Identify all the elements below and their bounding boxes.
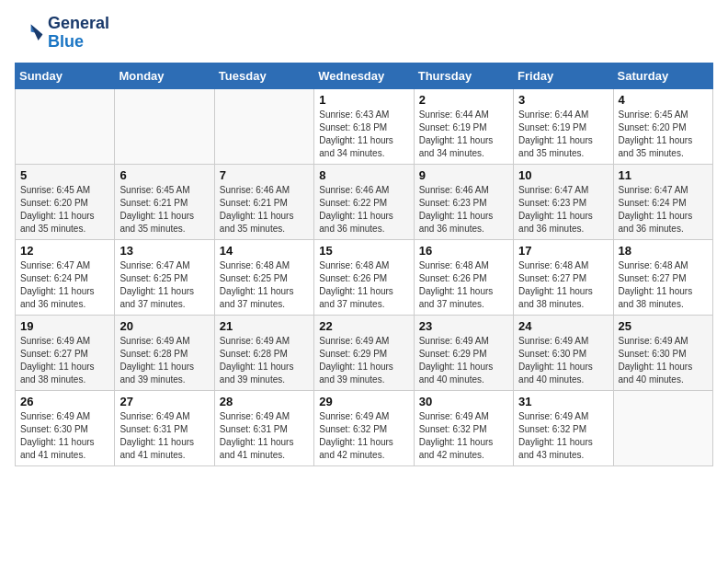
- calendar-day-cell: 10Sunrise: 6:47 AM Sunset: 6:23 PM Dayli…: [514, 164, 613, 239]
- day-info: Sunrise: 6:45 AM Sunset: 6:21 PM Dayligh…: [119, 184, 209, 236]
- calendar-week-row: 19Sunrise: 6:49 AM Sunset: 6:27 PM Dayli…: [16, 315, 713, 390]
- weekday-header-cell: Tuesday: [214, 63, 313, 88]
- day-number: 20: [119, 319, 209, 333]
- calendar-day-cell: 15Sunrise: 6:48 AM Sunset: 6:26 PM Dayli…: [314, 239, 414, 315]
- day-number: 11: [619, 168, 708, 182]
- day-number: 12: [20, 244, 109, 258]
- calendar-day-cell: 22Sunrise: 6:49 AM Sunset: 6:29 PM Dayli…: [314, 315, 414, 390]
- day-number: 30: [419, 395, 508, 408]
- weekday-header-cell: Friday: [514, 63, 613, 88]
- calendar-day-cell: 28Sunrise: 6:49 AM Sunset: 6:31 PM Dayli…: [214, 390, 313, 465]
- day-number: 14: [220, 244, 309, 258]
- day-number: 6: [119, 168, 209, 182]
- day-info: Sunrise: 6:46 AM Sunset: 6:21 PM Dayligh…: [220, 184, 309, 236]
- calendar-table: SundayMondayTuesdayWednesdayThursdayFrid…: [15, 63, 713, 466]
- day-info: Sunrise: 6:44 AM Sunset: 6:19 PM Dayligh…: [419, 109, 508, 160]
- weekday-header-row: SundayMondayTuesdayWednesdayThursdayFrid…: [16, 63, 713, 88]
- day-number: 4: [619, 93, 708, 107]
- day-number: 27: [119, 395, 209, 408]
- day-info: Sunrise: 6:49 AM Sunset: 6:28 PM Dayligh…: [220, 335, 309, 386]
- calendar-body: 1Sunrise: 6:43 AM Sunset: 6:18 PM Daylig…: [16, 88, 713, 465]
- calendar-day-cell: 25Sunrise: 6:49 AM Sunset: 6:30 PM Dayli…: [613, 315, 712, 390]
- weekday-header-cell: Sunday: [16, 63, 115, 88]
- day-number: 5: [20, 168, 109, 182]
- calendar-day-cell: [613, 390, 712, 465]
- calendar-week-row: 12Sunrise: 6:47 AM Sunset: 6:24 PM Dayli…: [16, 239, 713, 315]
- calendar-day-cell: 8Sunrise: 6:46 AM Sunset: 6:22 PM Daylig…: [314, 164, 414, 239]
- logo-text: General Blue: [48, 15, 109, 52]
- day-info: Sunrise: 6:48 AM Sunset: 6:27 PM Dayligh…: [518, 259, 608, 311]
- day-info: Sunrise: 6:49 AM Sunset: 6:32 PM Dayligh…: [319, 410, 408, 462]
- day-number: 3: [518, 93, 608, 107]
- calendar-day-cell: 17Sunrise: 6:48 AM Sunset: 6:27 PM Dayli…: [514, 239, 613, 315]
- calendar-day-cell: 4Sunrise: 6:45 AM Sunset: 6:20 PM Daylig…: [613, 88, 712, 164]
- day-info: Sunrise: 6:47 AM Sunset: 6:23 PM Dayligh…: [518, 184, 608, 236]
- day-info: Sunrise: 6:49 AM Sunset: 6:29 PM Dayligh…: [319, 335, 408, 386]
- day-info: Sunrise: 6:47 AM Sunset: 6:24 PM Dayligh…: [619, 184, 708, 236]
- calendar-day-cell: 16Sunrise: 6:48 AM Sunset: 6:26 PM Dayli…: [414, 239, 513, 315]
- calendar-day-cell: [214, 88, 313, 164]
- calendar-day-cell: 2Sunrise: 6:44 AM Sunset: 6:19 PM Daylig…: [414, 88, 513, 164]
- day-info: Sunrise: 6:44 AM Sunset: 6:19 PM Dayligh…: [518, 109, 608, 160]
- calendar-week-row: 1Sunrise: 6:43 AM Sunset: 6:18 PM Daylig…: [16, 88, 713, 164]
- day-info: Sunrise: 6:48 AM Sunset: 6:26 PM Dayligh…: [419, 259, 508, 311]
- calendar-day-cell: 23Sunrise: 6:49 AM Sunset: 6:29 PM Dayli…: [414, 315, 513, 390]
- weekday-header-cell: Wednesday: [314, 63, 414, 88]
- calendar-day-cell: 18Sunrise: 6:48 AM Sunset: 6:27 PM Dayli…: [613, 239, 712, 315]
- day-number: 28: [220, 395, 309, 408]
- day-info: Sunrise: 6:47 AM Sunset: 6:24 PM Dayligh…: [20, 259, 109, 311]
- calendar-day-cell: 21Sunrise: 6:49 AM Sunset: 6:28 PM Dayli…: [214, 315, 313, 390]
- calendar-day-cell: 19Sunrise: 6:49 AM Sunset: 6:27 PM Dayli…: [16, 315, 115, 390]
- day-number: 31: [518, 395, 608, 408]
- calendar-day-cell: 5Sunrise: 6:45 AM Sunset: 6:20 PM Daylig…: [16, 164, 115, 239]
- calendar-day-cell: 27Sunrise: 6:49 AM Sunset: 6:31 PM Dayli…: [115, 390, 214, 465]
- calendar-day-cell: 9Sunrise: 6:46 AM Sunset: 6:23 PM Daylig…: [414, 164, 513, 239]
- day-info: Sunrise: 6:48 AM Sunset: 6:26 PM Dayligh…: [319, 259, 408, 311]
- calendar-day-cell: 24Sunrise: 6:49 AM Sunset: 6:30 PM Dayli…: [514, 315, 613, 390]
- calendar-week-row: 26Sunrise: 6:49 AM Sunset: 6:30 PM Dayli…: [16, 390, 713, 465]
- day-number: 26: [20, 395, 109, 408]
- day-info: Sunrise: 6:45 AM Sunset: 6:20 PM Dayligh…: [20, 184, 109, 236]
- day-number: 8: [319, 168, 408, 182]
- page-header: General Blue: [15, 15, 713, 52]
- weekday-header-cell: Monday: [115, 63, 214, 88]
- svg-marker-1: [31, 24, 43, 40]
- day-number: 1: [319, 93, 408, 107]
- calendar-day-cell: 3Sunrise: 6:44 AM Sunset: 6:19 PM Daylig…: [514, 88, 613, 164]
- day-info: Sunrise: 6:49 AM Sunset: 6:29 PM Dayligh…: [419, 335, 508, 386]
- day-number: 10: [518, 168, 608, 182]
- calendar-day-cell: [16, 88, 115, 164]
- day-number: 17: [518, 244, 608, 258]
- day-info: Sunrise: 6:46 AM Sunset: 6:23 PM Dayligh…: [419, 184, 508, 236]
- day-number: 16: [419, 244, 508, 258]
- day-number: 21: [220, 319, 309, 333]
- day-info: Sunrise: 6:45 AM Sunset: 6:20 PM Dayligh…: [619, 109, 708, 160]
- day-number: 18: [619, 244, 708, 258]
- calendar-day-cell: 6Sunrise: 6:45 AM Sunset: 6:21 PM Daylig…: [115, 164, 214, 239]
- day-info: Sunrise: 6:43 AM Sunset: 6:18 PM Dayligh…: [319, 109, 408, 160]
- day-info: Sunrise: 6:48 AM Sunset: 6:27 PM Dayligh…: [619, 259, 708, 311]
- day-info: Sunrise: 6:49 AM Sunset: 6:32 PM Dayligh…: [518, 410, 608, 462]
- day-info: Sunrise: 6:49 AM Sunset: 6:30 PM Dayligh…: [518, 335, 608, 386]
- day-number: 7: [220, 168, 309, 182]
- day-info: Sunrise: 6:47 AM Sunset: 6:25 PM Dayligh…: [119, 259, 209, 311]
- weekday-header-cell: Saturday: [613, 63, 712, 88]
- logo-icon: [15, 18, 44, 48]
- calendar-day-cell: 14Sunrise: 6:48 AM Sunset: 6:25 PM Dayli…: [214, 239, 313, 315]
- calendar-day-cell: 20Sunrise: 6:49 AM Sunset: 6:28 PM Dayli…: [115, 315, 214, 390]
- day-number: 25: [619, 319, 708, 333]
- weekday-header-cell: Thursday: [414, 63, 513, 88]
- calendar-day-cell: 30Sunrise: 6:49 AM Sunset: 6:32 PM Dayli…: [414, 390, 513, 465]
- day-info: Sunrise: 6:48 AM Sunset: 6:25 PM Dayligh…: [220, 259, 309, 311]
- day-info: Sunrise: 6:46 AM Sunset: 6:22 PM Dayligh…: [319, 184, 408, 236]
- day-number: 19: [20, 319, 109, 333]
- day-info: Sunrise: 6:49 AM Sunset: 6:27 PM Dayligh…: [20, 335, 109, 386]
- day-info: Sunrise: 6:49 AM Sunset: 6:32 PM Dayligh…: [419, 410, 508, 462]
- day-info: Sunrise: 6:49 AM Sunset: 6:28 PM Dayligh…: [119, 335, 209, 386]
- day-info: Sunrise: 6:49 AM Sunset: 6:30 PM Dayligh…: [619, 335, 708, 386]
- day-number: 9: [419, 168, 508, 182]
- day-number: 24: [518, 319, 608, 333]
- calendar-day-cell: 12Sunrise: 6:47 AM Sunset: 6:24 PM Dayli…: [16, 239, 115, 315]
- calendar-day-cell: 26Sunrise: 6:49 AM Sunset: 6:30 PM Dayli…: [16, 390, 115, 465]
- day-number: 15: [319, 244, 408, 258]
